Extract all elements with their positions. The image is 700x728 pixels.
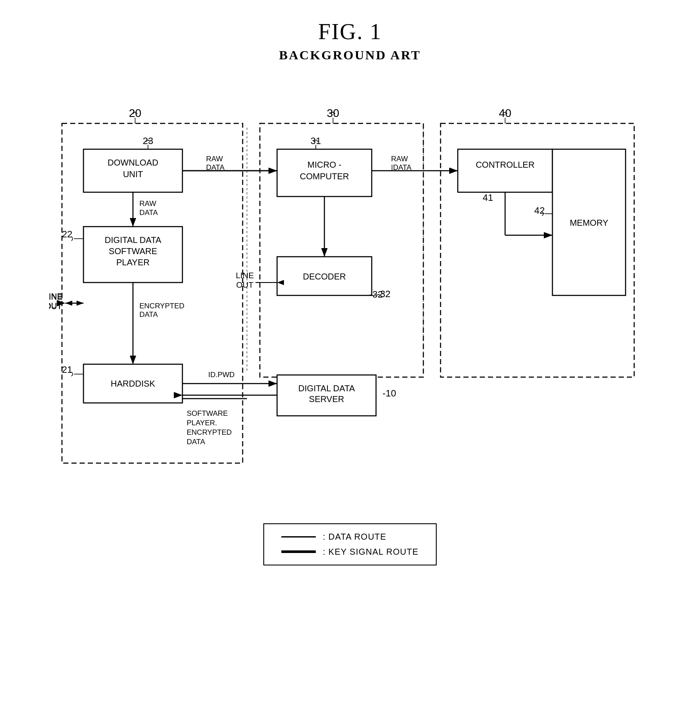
ddsp-label-3: PLAYER	[116, 258, 149, 267]
svg-text:DATA: DATA	[139, 209, 158, 217]
legend-box: : DATA ROUTE : KEY SIGNAL ROUTE	[263, 523, 437, 565]
data-route-line	[281, 536, 316, 538]
svg-text:UNIT: UNIT	[123, 169, 143, 179]
key-signal-line	[281, 550, 316, 553]
key-signal-label: : KEY SIGNAL ROUTE	[323, 547, 419, 557]
label-10: -10	[382, 388, 396, 399]
label-21: 21	[62, 364, 72, 375]
dds-label-1: DIGITAL DATA	[298, 384, 355, 393]
page-title: FIG. 1 BACKGROUND ART	[279, 17, 421, 63]
svg-text:DATA: DATA	[139, 310, 158, 319]
line-out-2-label: LINE	[235, 271, 253, 280]
svg-text:OUT: OUT	[236, 280, 253, 289]
micro-computer-label-1: MICRO -	[307, 160, 341, 169]
label-30: 30	[327, 107, 339, 120]
micro-computer-label-2: COMPUTER	[299, 172, 348, 181]
svg-text:|DATA: |DATA	[391, 163, 412, 172]
label-20: 20	[129, 107, 141, 120]
ddsp-label-1: DIGITAL DATA	[105, 235, 161, 245]
label-31: 31	[310, 135, 321, 146]
svg-text:RAW: RAW	[206, 155, 223, 163]
figure-number: FIG. 1	[279, 17, 421, 46]
svg-text:PLAYER.: PLAYER.	[187, 419, 217, 427]
figure-subtitle: BACKGROUND ART	[279, 46, 421, 63]
data-route-label: : DATA ROUTE	[323, 532, 386, 542]
svg-text:RAW: RAW	[391, 155, 408, 163]
svg-text:ENCRYPTED: ENCRYPTED	[187, 428, 232, 436]
legend-data-route: : DATA ROUTE	[281, 532, 419, 542]
encrypted-data-label: ENCRYPTED	[139, 302, 185, 310]
harddisk-label: HARDDISK	[111, 379, 155, 388]
label-41: 41	[482, 192, 493, 203]
label-22: 22	[62, 229, 72, 240]
diagram: 20 30 40 DOWNLOAD UNIT 23 DIGITAL DATA S…	[49, 89, 651, 510]
sw-player-enc-label: SOFTWARE	[187, 409, 228, 418]
id-pwd-label: ID.PWD	[208, 371, 234, 379]
svg-text:LINE: LINE	[49, 292, 62, 301]
legend-key-signal: : KEY SIGNAL ROUTE	[281, 547, 419, 557]
label-40: 40	[499, 107, 511, 120]
raw-data-1-label: RAW	[139, 200, 156, 208]
label-23: 23	[142, 135, 153, 146]
label-32b: -32	[377, 289, 391, 299]
download-unit-label: DOWNLOAD	[108, 158, 158, 167]
controller-label-1: CONTROLLER	[475, 160, 534, 169]
ddsp-label-2: SOFTWARE	[108, 246, 157, 256]
memory-label: MEMORY	[570, 218, 608, 227]
decoder-label: DECODER	[302, 272, 345, 281]
svg-rect-22	[458, 149, 552, 192]
dds-label-2: SERVER	[309, 394, 344, 404]
svg-text:DATA: DATA	[187, 438, 205, 446]
svg-text:OUT: OUT	[49, 302, 62, 311]
